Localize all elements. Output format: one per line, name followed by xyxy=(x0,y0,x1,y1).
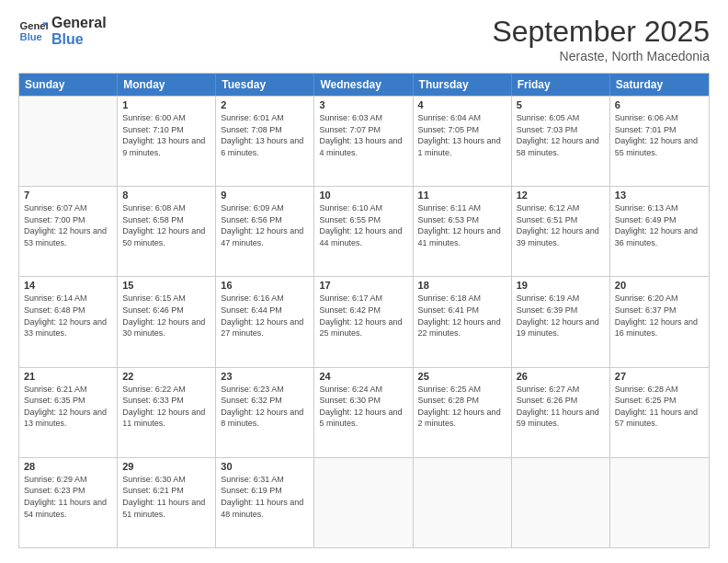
daylight-label: Daylight: xyxy=(517,408,552,417)
day-info: Sunrise: 6:12 AM Sunset: 6:51 PM Dayligh… xyxy=(517,202,605,248)
day-number: 11 xyxy=(418,190,506,201)
cal-header-cell: Friday xyxy=(512,74,610,96)
sunset-time: 6:23 PM xyxy=(54,486,85,495)
daylight-label: Daylight: xyxy=(319,317,354,327)
sunset-time: 6:39 PM xyxy=(547,305,578,315)
sunrise-time: 6:21 AM xyxy=(57,385,87,394)
daylight-label: Daylight: xyxy=(24,317,59,327)
day-number: 7 xyxy=(24,190,112,201)
sunset-time: 6:49 PM xyxy=(645,215,677,224)
daylight-label: Daylight: xyxy=(319,226,354,236)
sunrise-time: 6:14 AM xyxy=(57,293,87,303)
day-number: 13 xyxy=(615,190,704,201)
daylight-label: Daylight: xyxy=(319,136,354,145)
daylight-label: Daylight: xyxy=(418,226,453,236)
day-info: Sunrise: 6:05 AM Sunset: 7:03 PM Dayligh… xyxy=(517,112,605,158)
sunset-time: 6:32 PM xyxy=(251,396,282,405)
sunrise-label: Sunrise: xyxy=(319,385,352,394)
day-info: Sunrise: 6:00 AM Sunset: 7:10 PM Dayligh… xyxy=(122,112,210,158)
sunset-label: Sunset: xyxy=(24,396,54,405)
sunset-label: Sunset: xyxy=(122,396,153,405)
sunrise-label: Sunrise: xyxy=(122,475,155,484)
sunrise-label: Sunrise: xyxy=(615,385,648,394)
sunrise-time: 6:22 AM xyxy=(155,385,186,394)
day-info: Sunrise: 6:13 AM Sunset: 6:49 PM Dayligh… xyxy=(615,202,704,248)
day-info: Sunrise: 6:29 AM Sunset: 6:23 PM Dayligh… xyxy=(24,474,112,520)
cal-cell: 30 Sunrise: 6:31 AM Sunset: 6:19 PM Dayl… xyxy=(216,458,314,547)
sunrise-label: Sunrise: xyxy=(615,293,648,303)
cal-cell: 18 Sunrise: 6:18 AM Sunset: 6:41 PM Dayl… xyxy=(414,277,512,366)
cal-header-cell: Thursday xyxy=(414,74,512,96)
sunrise-label: Sunrise: xyxy=(615,113,648,122)
sunset-label: Sunset: xyxy=(122,486,153,495)
daylight-label: Daylight: xyxy=(418,317,453,327)
sunset-label: Sunset: xyxy=(24,486,54,495)
daylight-label: Daylight: xyxy=(221,317,256,327)
day-number: 27 xyxy=(615,371,704,382)
day-info: Sunrise: 6:16 AM Sunset: 6:44 PM Dayligh… xyxy=(221,293,309,339)
sunset-time: 6:56 PM xyxy=(251,215,282,224)
sunrise-time: 6:15 AM xyxy=(155,293,186,303)
sunset-label: Sunset: xyxy=(418,125,449,134)
calendar-body: 1 Sunrise: 6:00 AM Sunset: 7:10 PM Dayli… xyxy=(19,96,709,547)
location-subtitle: Neraste, North Macedonia xyxy=(492,49,710,63)
daylight-label: Daylight: xyxy=(615,408,650,417)
cal-header-cell: Monday xyxy=(118,74,216,96)
sunset-label: Sunset: xyxy=(24,305,54,315)
day-number: 9 xyxy=(221,190,309,201)
daylight-label: Daylight: xyxy=(615,317,650,327)
sunset-label: Sunset: xyxy=(319,215,349,224)
cal-cell: 25 Sunrise: 6:25 AM Sunset: 6:28 PM Dayl… xyxy=(414,368,512,457)
sunrise-label: Sunrise: xyxy=(221,203,254,213)
daylight-label: Daylight: xyxy=(24,226,59,236)
sunrise-label: Sunrise: xyxy=(122,385,155,394)
sunrise-label: Sunrise: xyxy=(517,203,550,213)
cal-header-cell: Saturday xyxy=(610,74,709,96)
cal-cell: 28 Sunrise: 6:29 AM Sunset: 6:23 PM Dayl… xyxy=(19,458,118,547)
calendar-header-row: SundayMondayTuesdayWednesdayThursdayFrid… xyxy=(19,74,709,96)
sunset-label: Sunset: xyxy=(221,486,251,495)
cal-cell: 19 Sunrise: 6:19 AM Sunset: 6:39 PM Dayl… xyxy=(512,277,610,366)
cal-cell xyxy=(512,458,610,547)
sunrise-time: 6:11 AM xyxy=(450,203,481,213)
sunset-label: Sunset: xyxy=(319,305,349,315)
day-number: 2 xyxy=(221,99,309,110)
daylight-label: Daylight: xyxy=(615,226,650,236)
cal-week: 21 Sunrise: 6:21 AM Sunset: 6:35 PM Dayl… xyxy=(19,367,709,457)
sunrise-time: 6:27 AM xyxy=(549,385,579,394)
sunrise-time: 6:25 AM xyxy=(450,385,481,394)
day-info: Sunrise: 6:01 AM Sunset: 7:08 PM Dayligh… xyxy=(221,112,309,158)
sunrise-time: 6:09 AM xyxy=(254,203,284,213)
daylight-label: Daylight: xyxy=(418,408,453,417)
day-number: 24 xyxy=(319,371,407,382)
cal-cell xyxy=(314,458,413,547)
cal-week: 28 Sunrise: 6:29 AM Sunset: 6:23 PM Dayl… xyxy=(19,457,709,547)
cal-cell xyxy=(414,458,512,547)
cal-cell: 27 Sunrise: 6:28 AM Sunset: 6:25 PM Dayl… xyxy=(610,368,709,457)
day-info: Sunrise: 6:07 AM Sunset: 7:00 PM Dayligh… xyxy=(24,202,112,248)
sunrise-time: 6:18 AM xyxy=(450,293,481,303)
day-info: Sunrise: 6:30 AM Sunset: 6:21 PM Dayligh… xyxy=(122,474,210,520)
sunset-time: 7:07 PM xyxy=(349,125,381,134)
day-info: Sunrise: 6:15 AM Sunset: 6:46 PM Dayligh… xyxy=(122,293,210,339)
sunrise-time: 6:20 AM xyxy=(647,293,677,303)
sunset-label: Sunset: xyxy=(517,215,547,224)
daylight-label: Daylight: xyxy=(122,317,157,327)
sunrise-label: Sunrise: xyxy=(517,293,550,303)
header: General Blue General Blue September 2025… xyxy=(18,15,710,63)
sunrise-label: Sunrise: xyxy=(418,385,451,394)
title-block: September 2025 Neraste, North Macedonia xyxy=(492,15,710,63)
sunset-time: 6:46 PM xyxy=(153,305,184,315)
sunrise-time: 6:12 AM xyxy=(549,203,579,213)
sunrise-label: Sunrise: xyxy=(24,385,57,394)
sunset-label: Sunset: xyxy=(615,305,645,315)
day-info: Sunrise: 6:25 AM Sunset: 6:28 PM Dayligh… xyxy=(418,384,506,430)
sunset-time: 6:51 PM xyxy=(547,215,578,224)
day-info: Sunrise: 6:20 AM Sunset: 6:37 PM Dayligh… xyxy=(615,293,704,339)
cal-cell: 11 Sunrise: 6:11 AM Sunset: 6:53 PM Dayl… xyxy=(414,187,512,276)
day-info: Sunrise: 6:17 AM Sunset: 6:42 PM Dayligh… xyxy=(319,293,407,339)
calendar: SundayMondayTuesdayWednesdayThursdayFrid… xyxy=(18,73,710,548)
daylight-label: Daylight: xyxy=(418,136,453,145)
cal-cell: 16 Sunrise: 6:16 AM Sunset: 6:44 PM Dayl… xyxy=(216,277,314,366)
day-number: 29 xyxy=(122,461,210,472)
